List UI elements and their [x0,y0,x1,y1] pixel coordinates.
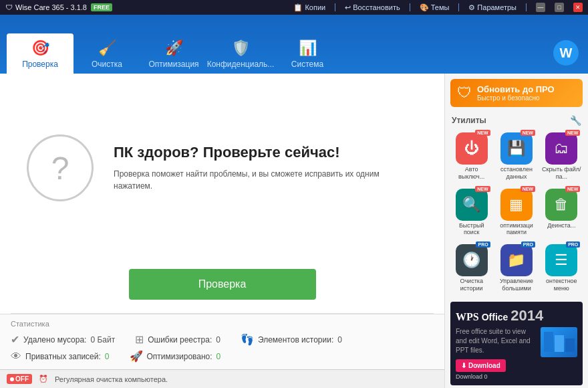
nav-label-optimize: Оптимизация [148,60,198,69]
util-label-5: Деинста... [547,222,575,229]
app-title: Wise Care 365 - 3.1.8 [15,3,87,11]
wps-body: Free office suite to view and edit Word,… [456,327,577,380]
settings-menu[interactable]: ⚙ Параметры [468,3,517,12]
maximize-button[interactable]: □ [555,3,564,12]
settings-icon: ⚙ [468,3,475,12]
stat-optimized: 🚀 Оптимизировано: 0 [130,350,221,363]
optimize-icon: 🚀 [165,39,183,57]
wps-text-block: Free office suite to view and edit Word,… [456,327,537,380]
avatar[interactable]: W [553,40,579,66]
util-memory-optimize[interactable]: ▦ NEW оптимизаци памяти [495,186,537,239]
nav-item-optimize[interactable]: 🚀 Оптимизация [140,33,207,74]
schedule-toggle[interactable]: OFF [7,374,32,384]
stat-registry: ⊞ Ошибки реестра: 0 [135,333,220,346]
scan-button[interactable]: Проверка [129,269,316,300]
download-icon: ⬇ [461,362,466,369]
util-history-clean[interactable]: 🕐 PRO Очистка истории [450,241,492,295]
history-icon: 👣 [241,333,254,346]
minimize-button[interactable]: — [536,3,545,12]
download-label: Download [468,362,500,369]
nav-label-clean: Очистка [92,60,122,69]
toggle-label: OFF [15,375,29,383]
copies-menu[interactable]: 📋 Копии [293,3,325,12]
wps-download-button[interactable]: ⬇ Download [456,359,506,372]
stats-row-2: 👁 Приватных записей: 0 🚀 Оптимизировано:… [11,350,434,363]
stats-title: Статистика [11,320,434,328]
check-icon: 🎯 [31,39,49,57]
util-file-hide[interactable]: 🗂 NEW Скрыть файл/па... [541,130,583,183]
pro-badge-8: PRO [566,241,580,248]
nav-item-clean[interactable]: 🧹 Очистка [74,33,140,74]
new-badge-3: NEW [475,186,490,192]
util-quick-search[interactable]: 🔍 NEW Быстрый поиск [450,186,492,239]
stats-section: Статистика ✔ Удалено мусора: 0 Байт ⊞ Ош… [0,314,444,369]
context-menu-icon: ☰ PRO [545,244,577,276]
pro-badge-6: PRO [476,241,490,248]
quick-search-icon: 🔍 NEW [456,189,488,221]
wps-description: Free office suite to view and edit Word,… [456,327,537,355]
stat-registry-label: Ошибки реестра: [148,335,212,345]
gear-icon[interactable]: 🔧 [570,115,581,126]
right-sidebar: 🛡 Обновить до ПРО Быстро и безопасно Ути… [444,74,588,388]
stat-optimized-label: Оптимизировано: [147,352,212,361]
util-data-recovery[interactable]: 💾 NEW сстановлен данных [495,130,537,183]
close-button[interactable]: ✕ [573,3,583,12]
stat-history: 👣 Элементов истории: 0 [241,333,342,346]
new-badge-5: NEW [565,186,580,192]
optimized-icon: 🚀 [130,350,143,363]
new-badge-1: NEW [521,130,535,136]
schedule-label: Регулярная очистка компьютера. [55,375,168,383]
svg-rect-2 [565,338,575,352]
upgrade-text: Обновить до ПРО Быстро и безопасно [477,84,555,102]
scan-inner: ? ПК здоров? Проверьте сейчас! Проверка … [27,134,418,201]
scan-section: ? ПК здоров? Проверьте сейчас! Проверка … [0,74,444,262]
private-icon: 👁 [11,351,21,363]
restore-menu[interactable]: ↩ Восстановить [345,3,400,12]
wps-year: 2014 [510,307,543,324]
util-label-7: Управление большими [496,278,536,292]
wps-title-row: WPS Office 2014 [456,307,577,324]
nav-label-system: Система [291,60,323,69]
toggle-dot [10,377,14,381]
util-label-1: сстановлен данных [496,166,536,181]
download-count: Download 0 [456,373,537,380]
wps-ad: WPS Office 2014 Free office suite to vie… [450,302,583,385]
nav-label-check: Проверка [22,60,58,69]
util-label-3: Быстрый поиск [452,222,491,237]
trash-icon: ✔ [11,333,19,346]
restore-icon: ↩ [345,3,351,12]
registry-icon: ⊞ [135,333,144,346]
nav-item-system[interactable]: 📊 Система [274,33,341,74]
util-context-menu[interactable]: ☰ PRO онтекстное меню [541,241,583,295]
file-hide-icon: 🗂 NEW [545,132,577,165]
stat-optimized-value: 0 [216,352,221,361]
main-layout: ? ПК здоров? Проверьте сейчас! Проверка … [0,74,588,388]
clean-icon: 🧹 [98,39,116,57]
stat-private-value: 0 [105,352,110,361]
nav-item-privacy[interactable]: 🛡️ Конфиденциаль... [207,33,274,74]
stat-history-label: Элементов истории: [258,335,333,345]
bottom-bar: OFF ⏰ Регулярная очистка компьютера. [0,369,444,388]
utilities-title: Утилиты [452,116,486,125]
copy-icon: 📋 [293,3,303,12]
util-big-files[interactable]: 📁 PRO Управление большими [495,241,537,295]
clock-icon: ⏰ [39,375,48,383]
stat-trash: ✔ Удалено мусора: 0 Байт [11,333,115,346]
util-label-0: Авто выключ... [452,166,491,181]
system-icon: 📊 [299,39,317,57]
uninstall-icon: 🗑 NEW [545,189,577,221]
wps-thumbnail [541,327,577,357]
upgrade-title: Обновить до ПРО [477,84,555,94]
privacy-icon: 🛡️ [232,39,250,57]
app-logo-icon: 🛡 [5,3,13,11]
free-badge: FREE [91,3,112,11]
upgrade-banner[interactable]: 🛡 Обновить до ПРО Быстро и безопасно [450,79,583,107]
util-uninstall[interactable]: 🗑 NEW Деинста... [541,186,583,239]
stats-row-1: ✔ Удалено мусора: 0 Байт ⊞ Ошибки реестр… [11,333,434,346]
util-auto-shutdown[interactable]: ⏻ NEW Авто выключ... [450,130,492,183]
nav-item-check[interactable]: 🎯 Проверка [7,33,74,74]
stat-trash-value: 0 Байт [90,335,115,345]
themes-menu[interactable]: 🎨 Темы [420,3,450,12]
themes-icon: 🎨 [420,3,429,12]
nav-items: 🎯 Проверка 🧹 Очистка 🚀 Оптимизация 🛡️ Ко… [7,33,581,74]
